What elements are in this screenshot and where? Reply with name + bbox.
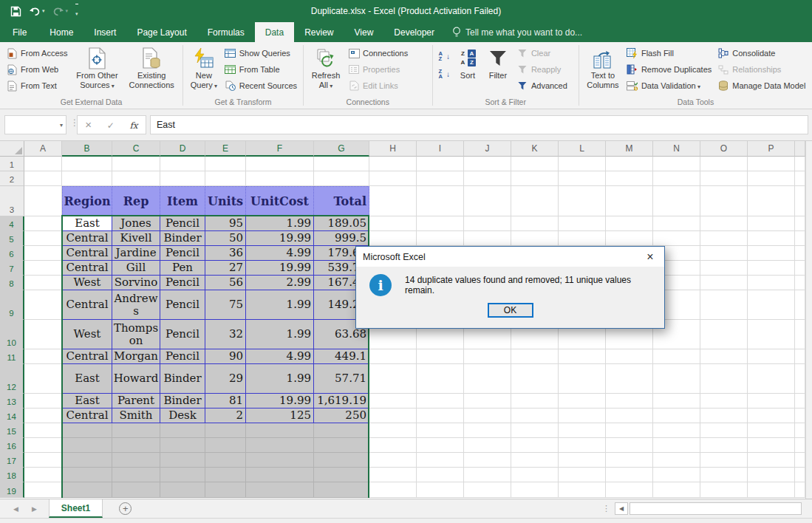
cell-F7[interactable]: 19.99 xyxy=(246,261,314,276)
column-header-M[interactable]: M xyxy=(606,141,653,157)
hscroll-left-icon[interactable]: ◀ xyxy=(615,502,628,515)
remove-duplicates-button[interactable]: Remove Duplicates xyxy=(624,61,714,78)
cell-E9[interactable]: 75 xyxy=(205,290,246,320)
cell-H17[interactable] xyxy=(369,453,417,468)
cell-B19[interactable] xyxy=(62,482,112,498)
clear-filter-button[interactable]: Clear xyxy=(514,45,570,61)
cell-P11[interactable] xyxy=(748,349,795,364)
cell-C3[interactable]: Rep xyxy=(112,186,160,216)
cell-D4[interactable]: Pencil xyxy=(160,216,205,231)
cell-F15[interactable] xyxy=(246,423,314,438)
cell-A13[interactable] xyxy=(24,394,62,409)
cell-M16[interactable] xyxy=(606,438,653,453)
cell-F10[interactable]: 1.99 xyxy=(246,320,314,349)
cell-B15[interactable] xyxy=(62,423,112,438)
cell-A10[interactable] xyxy=(24,320,62,349)
cell-x11[interactable] xyxy=(795,349,805,364)
cell-I11[interactable] xyxy=(417,349,464,364)
cell-L18[interactable] xyxy=(559,468,606,482)
cell-x14[interactable] xyxy=(795,409,805,423)
cell-P10[interactable] xyxy=(748,320,795,349)
cell-B1[interactable] xyxy=(62,157,112,171)
cell-A6[interactable] xyxy=(24,246,62,261)
cell-L12[interactable] xyxy=(559,364,606,394)
cell-O11[interactable] xyxy=(700,349,748,364)
select-all-corner[interactable] xyxy=(0,141,24,157)
cell-F16[interactable] xyxy=(246,438,314,453)
cell-A18[interactable] xyxy=(24,468,62,482)
cell-x16[interactable] xyxy=(795,438,805,453)
row-header-5[interactable]: 5 xyxy=(0,231,24,246)
cell-F13[interactable]: 19.99 xyxy=(246,394,314,409)
sheet-nav-left-icon[interactable]: ◀ xyxy=(13,505,18,513)
cell-I13[interactable] xyxy=(417,394,464,409)
cell-E10[interactable]: 32 xyxy=(205,320,246,349)
cell-B3[interactable]: Region xyxy=(62,186,112,216)
cell-G11[interactable]: 449.1 xyxy=(314,349,369,364)
cell-G14[interactable]: 250 xyxy=(314,409,369,423)
cell-K3[interactable] xyxy=(511,186,559,216)
connections-button[interactable]: Connections xyxy=(345,45,411,61)
tab-review[interactable]: Review xyxy=(294,22,344,42)
cell-x4[interactable] xyxy=(795,216,805,231)
cell-H16[interactable] xyxy=(369,438,417,453)
cell-A19[interactable] xyxy=(24,482,62,498)
cell-B6[interactable]: Central xyxy=(62,246,112,261)
cell-A16[interactable] xyxy=(24,438,62,453)
cell-L2[interactable] xyxy=(559,171,606,186)
cell-F18[interactable] xyxy=(246,468,314,482)
row-header-1[interactable]: 1 xyxy=(0,157,24,171)
cell-A9[interactable] xyxy=(24,290,62,320)
cell-F12[interactable]: 1.99 xyxy=(246,364,314,394)
cell-M13[interactable] xyxy=(606,394,653,409)
cell-O2[interactable] xyxy=(700,171,748,186)
cell-D2[interactable] xyxy=(160,171,205,186)
cell-B7[interactable]: Central xyxy=(62,261,112,276)
row-header-19[interactable]: 19 xyxy=(0,482,24,498)
cell-E14[interactable]: 2 xyxy=(205,409,246,423)
flash-fill-button[interactable]: Flash Fill xyxy=(624,45,714,61)
cell-I17[interactable] xyxy=(417,453,464,468)
cell-E13[interactable]: 81 xyxy=(205,394,246,409)
cell-A12[interactable] xyxy=(24,364,62,394)
cell-K12[interactable] xyxy=(511,364,559,394)
cell-x13[interactable] xyxy=(795,394,805,409)
cell-O1[interactable] xyxy=(700,157,748,171)
cell-C6[interactable]: Jardine xyxy=(112,246,160,261)
ok-button[interactable]: OK xyxy=(488,303,533,318)
show-queries-button[interactable]: Show Queries xyxy=(222,45,300,61)
cell-D3[interactable]: Item xyxy=(160,186,205,216)
cell-O13[interactable] xyxy=(700,394,748,409)
cell-J12[interactable] xyxy=(464,364,511,394)
cell-J17[interactable] xyxy=(464,453,511,468)
row-header-14[interactable]: 14 xyxy=(0,409,24,423)
cell-M14[interactable] xyxy=(606,409,653,423)
cell-P16[interactable] xyxy=(748,438,795,453)
enter-icon[interactable] xyxy=(107,118,115,131)
cell-D12[interactable]: Binder xyxy=(160,364,205,394)
cell-x3[interactable] xyxy=(795,186,805,216)
row-header-12[interactable]: 12 xyxy=(0,364,24,394)
cell-F19[interactable] xyxy=(246,482,314,498)
cell-P2[interactable] xyxy=(748,171,795,186)
horizontal-scrollbar-thumb[interactable] xyxy=(630,502,802,515)
text-to-columns-button[interactable]: Text to Columns xyxy=(582,44,624,89)
cell-x2[interactable] xyxy=(795,171,805,186)
cell-x6[interactable] xyxy=(795,246,805,261)
cell-E4[interactable]: 95 xyxy=(205,216,246,231)
cell-G2[interactable] xyxy=(314,171,369,186)
cell-E6[interactable]: 36 xyxy=(205,246,246,261)
cell-N17[interactable] xyxy=(653,453,700,468)
cell-x15[interactable] xyxy=(795,423,805,438)
from-web-button[interactable]: From Web xyxy=(3,61,71,78)
cell-N11[interactable] xyxy=(653,349,700,364)
column-header-H[interactable]: H xyxy=(369,141,417,157)
cell-K14[interactable] xyxy=(511,409,559,423)
row-header-3[interactable]: 3 xyxy=(0,186,24,216)
row-header-2[interactable]: 2 xyxy=(0,171,24,186)
cell-O4[interactable] xyxy=(700,216,748,231)
cell-C1[interactable] xyxy=(112,157,160,171)
cell-E15[interactable] xyxy=(205,423,246,438)
cell-N5[interactable] xyxy=(653,231,700,246)
cell-D8[interactable]: Pencil xyxy=(160,276,205,290)
